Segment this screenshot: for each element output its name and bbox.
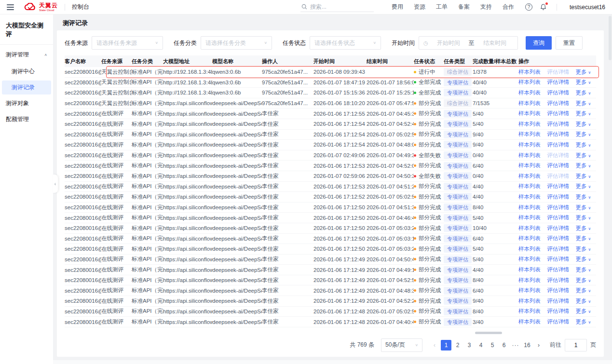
eval-detail-link[interactable]: 评估详情: [547, 319, 569, 324]
notification-bell-icon[interactable]: [540, 3, 547, 11]
sample-list-link[interactable]: 样本列表: [518, 277, 541, 283]
nav-item-filing[interactable]: 备案: [458, 3, 470, 11]
eval-detail-link[interactable]: 评估详情: [547, 131, 569, 137]
sample-list-link[interactable]: 样本列表: [518, 100, 541, 106]
nav-item-billing[interactable]: 费用: [392, 3, 403, 11]
sample-list-link[interactable]: 样本列表: [518, 246, 541, 252]
more-link[interactable]: 更多∨: [575, 183, 591, 189]
eval-detail-link[interactable]: 评估详情: [547, 142, 569, 148]
more-link[interactable]: 更多∨: [575, 277, 591, 283]
page-button[interactable]: 5: [487, 340, 498, 351]
sample-list-link[interactable]: 样本列表: [518, 162, 541, 168]
help-icon[interactable]: ?: [525, 3, 532, 11]
sidebar-item-eval-center[interactable]: 测评中心: [0, 64, 53, 80]
task-category-select[interactable]: 请选择任务分类 ∨: [201, 36, 272, 50]
eval-detail-link[interactable]: 评估详情: [547, 225, 569, 231]
eval-detail-link[interactable]: 评估详情: [547, 204, 569, 210]
sample-list-link[interactable]: 样本列表: [518, 298, 541, 304]
eval-detail-link[interactable]: 评估详情: [547, 69, 569, 75]
console-label[interactable]: 控制台: [72, 3, 89, 11]
sample-list-link[interactable]: 样本列表: [518, 256, 541, 262]
eval-detail-link[interactable]: 评估详情: [547, 287, 569, 293]
time-range-picker[interactable]: ◷ 开始时间 至 结束时间: [419, 36, 518, 50]
eval-detail-link[interactable]: 评估详情: [547, 121, 569, 127]
sample-list-link[interactable]: 样本列表: [518, 287, 541, 293]
sample-list-link[interactable]: 样本列表: [518, 183, 541, 189]
eval-detail-link[interactable]: 评估详情: [547, 215, 569, 220]
next-page-icon[interactable]: ›: [533, 340, 544, 351]
more-link[interactable]: 更多∨: [575, 235, 591, 241]
global-search[interactable]: [300, 2, 374, 12]
more-link[interactable]: 更多∨: [575, 267, 591, 272]
brand-logo[interactable]: 天翼云 State Cloud: [24, 2, 58, 12]
sample-list-link[interactable]: 样本列表: [518, 121, 541, 127]
sidebar-item-eval-records[interactable]: 测评记录: [2, 81, 51, 94]
sample-list-link[interactable]: 样本列表: [518, 225, 541, 231]
eval-detail-link[interactable]: 评估详情: [547, 100, 569, 106]
username[interactable]: testsecuset16: [570, 4, 605, 11]
sample-list-link[interactable]: 样本列表: [518, 194, 541, 200]
more-link[interactable]: 更多∨: [575, 131, 591, 137]
more-link[interactable]: 更多∨: [575, 69, 591, 75]
vertical-scrollbar-thumb[interactable]: [609, 16, 612, 60]
more-link[interactable]: 更多∨: [575, 308, 591, 314]
more-link[interactable]: 更多∨: [575, 215, 591, 220]
eval-detail-link[interactable]: 评估详情: [547, 308, 569, 314]
more-pages-icon[interactable]: ···: [510, 340, 521, 351]
eval-detail-link[interactable]: 评估详情: [547, 298, 569, 304]
page-button[interactable]: 2: [452, 340, 463, 351]
more-link[interactable]: 更多∨: [575, 204, 591, 210]
sample-list-link[interactable]: 样本列表: [518, 235, 541, 241]
search-input[interactable]: [310, 3, 367, 10]
sample-list-link[interactable]: 样本列表: [518, 319, 541, 324]
eval-detail-link[interactable]: 评估详情: [547, 173, 569, 179]
more-link[interactable]: 更多∨: [575, 152, 591, 158]
eval-detail-link[interactable]: 评估详情: [547, 90, 569, 95]
more-link[interactable]: 更多∨: [575, 246, 591, 252]
horizontal-scrollbar-thumb[interactable]: [475, 332, 502, 334]
sample-list-link[interactable]: 样本列表: [518, 267, 541, 272]
sample-list-link[interactable]: 样本列表: [518, 131, 541, 137]
more-link[interactable]: 更多∨: [575, 256, 591, 262]
reset-button[interactable]: 重置: [556, 36, 583, 50]
more-link[interactable]: 更多∨: [575, 225, 591, 231]
more-link[interactable]: 更多∨: [575, 121, 591, 127]
task-source-select[interactable]: 请选择任务来源 ∨: [92, 36, 163, 50]
more-link[interactable]: 更多∨: [575, 319, 591, 324]
query-button[interactable]: 查询: [526, 36, 552, 50]
nav-item-cooperation[interactable]: 合作: [503, 3, 514, 11]
more-link[interactable]: 更多∨: [575, 100, 591, 106]
more-link[interactable]: 更多∨: [575, 194, 591, 200]
eval-detail-link[interactable]: 评估详情: [547, 183, 569, 189]
eval-detail-link[interactable]: 评估详情: [547, 246, 569, 252]
task-status-select[interactable]: 请选择任务状态 ∨: [310, 36, 381, 50]
more-link[interactable]: 更多∨: [575, 79, 591, 85]
sidebar-group-eval-management[interactable]: 测评管理 ∧: [0, 45, 53, 64]
more-link[interactable]: 更多∨: [575, 298, 591, 304]
sidebar-collapse-icon[interactable]: ‹: [53, 175, 58, 193]
eval-detail-link[interactable]: 评估详情: [547, 256, 569, 262]
sample-list-link[interactable]: 样本列表: [518, 173, 541, 179]
sample-list-link[interactable]: 样本列表: [518, 204, 541, 210]
more-link[interactable]: 更多∨: [575, 287, 591, 293]
sample-list-link[interactable]: 样本列表: [518, 142, 541, 148]
nav-item-resources[interactable]: 资源: [414, 3, 425, 11]
page-button[interactable]: 6: [499, 340, 509, 351]
more-link[interactable]: 更多∨: [575, 142, 591, 148]
jump-input[interactable]: [565, 339, 587, 351]
nav-item-support[interactable]: 支持: [480, 3, 492, 11]
more-link[interactable]: 更多∨: [575, 90, 591, 95]
sample-list-link[interactable]: 样本列表: [518, 69, 541, 75]
page-button[interactable]: 16: [522, 340, 532, 351]
page-button-active[interactable]: 1: [441, 340, 451, 351]
eval-detail-link[interactable]: 评估详情: [547, 235, 569, 241]
page-button[interactable]: 3: [464, 340, 475, 351]
sample-list-link[interactable]: 样本列表: [518, 110, 541, 116]
sample-list-link[interactable]: 样本列表: [518, 79, 541, 85]
eval-detail-link[interactable]: 评估详情: [547, 267, 569, 272]
sidebar-item-eval-objects[interactable]: 测评对象: [0, 95, 53, 111]
page-button[interactable]: 4: [476, 340, 486, 351]
eval-detail-link[interactable]: 评估详情: [547, 162, 569, 168]
sample-list-link[interactable]: 样本列表: [518, 215, 541, 220]
sample-list-link[interactable]: 样本列表: [518, 152, 541, 158]
